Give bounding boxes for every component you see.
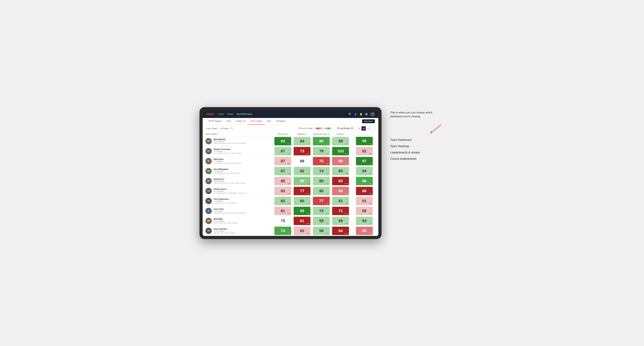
player-handicap: 1-5 Handicap [214,170,241,172]
score-change: 1▲ [288,153,290,155]
player-name[interactable]: Dave Billingham [214,168,241,170]
download-button[interactable]: ↓ [371,126,375,131]
score-change: 2▲ [307,203,310,204]
score-change: 8▲ [288,233,290,234]
edit-icon[interactable]: ✏️ [231,127,233,130]
sub-nav-links: PGAT Players PGA Hcaps 1-5 Team Clippd T… [206,118,288,125]
score-change: 4▲ [326,223,329,224]
player-name[interactable]: Elliot Ebert [214,158,241,160]
table-row[interactable]: DBDave Billingham1-5 HandicapGog Magog G… [203,166,378,176]
sub-nav-all-players[interactable]: All Players [274,118,288,125]
score-change: 9▲ [326,153,329,155]
score-value: 75 [319,159,324,163]
player-handicap: Plus Handicap [214,141,246,142]
annotation-item-course[interactable]: Course leaderboards [390,157,443,161]
score-change: -11▼ [344,213,348,214]
table-row[interactable]: BMBlair McHargPlus HandicapRoyal North D… [203,136,378,146]
player-name[interactable]: Matt Miller [214,218,238,220]
score-cell-0-0: 93+4▲ [273,136,292,146]
score-box: 874▲ [274,167,291,175]
score-value: 83 [338,189,343,193]
score-cell-9-0: 748▲ [273,226,292,236]
ipad-frame: clippd Home Teams My Performance 🔍 👤 🔔 ⚙… [200,107,382,239]
player-handicap: Plus Handicap [214,180,246,182]
player-avatar: BM [206,138,212,144]
score-cell-7-3: 71-11▼ [331,206,350,216]
team-bar-right: 20 Round Change -5 +5 📅 Last Rounds: 20 … [298,126,375,131]
nav-link-performance[interactable]: My Performance [237,112,252,116]
bell-icon[interactable]: 🔔 [360,113,362,116]
player-name[interactable]: Edward Crossman [214,148,241,150]
score-value: 81 [281,209,285,213]
sub-nav-pga[interactable]: PGA [224,118,234,125]
score-box: 86-6▼ [332,157,349,165]
player-club: Gog Magog Golf Club, United Kingdom [214,172,241,174]
grid-view-button[interactable]: ⊞ [357,126,361,131]
sub-nav-hcaps[interactable]: Hcaps 1-5 [234,118,248,125]
add-team-button[interactable]: Add Team [362,119,375,123]
score-value: 94 [362,219,366,223]
table-row[interactable]: MMMatt Miller6-10 HandicapWoburn Golf Cl… [203,216,378,226]
nav-link-home[interactable]: Home [218,112,224,116]
player-name[interactable]: Charlie Quick✔ [214,188,247,190]
table-view-button[interactable]: ▦ [362,126,366,131]
team-bar-left: Team Clippd | 14 Players ✏️ [206,127,233,130]
card-view-button[interactable]: ⊟ [366,126,370,131]
approach-header[interactable]: Approach ▼ [292,132,312,136]
player-name[interactable]: Blair McHarg [214,138,246,140]
table-row[interactable]: CRChris Robertson✔1-5 HandicapCraigmilla… [203,196,378,206]
sub-nav-pgat[interactable]: PGAT Players [206,118,224,125]
team-bar: Team Clippd | 14 Players ✏️ 20 Round Cha… [203,125,378,132]
score-box: 602▲ [294,197,310,205]
table-row[interactable]: ANAaron Nicholls11-15 HandicapDrift Golf… [203,226,378,236]
putting-header[interactable]: Putting ▼ [331,132,350,136]
annotation-item-dashboard[interactable]: Team Dashboard [390,138,443,142]
score-cell-9-4: 85-4▼ [350,226,378,236]
nav-logo[interactable]: clippd [206,113,214,116]
score-change: 1▲ [326,173,329,174]
score-change: 3▲ [326,183,329,184]
score-change: -3▼ [345,173,348,174]
annotation-item-leaderboards[interactable]: Leaderboards & streaks [390,151,443,154]
table-row[interactable]: CQCharlie Quick✔6-10 HandicapSt. George'… [203,186,378,196]
score-value: 87 [281,169,285,173]
sub-nav-team-clippd[interactable]: Team Clippd [248,118,264,125]
player-quality-header[interactable]: Player Quality ▼ [203,132,273,136]
score-change: -3▼ [326,163,329,165]
score-box: 958▲ [294,207,310,215]
user-icon[interactable]: 👤 [354,113,357,116]
annotation-item-heatmap[interactable]: Team Heatmap [390,145,443,148]
nav-link-teams[interactable]: Teams [227,112,233,116]
last-rounds-button[interactable]: 📅 Last Rounds: 20 [335,127,355,130]
player-avatar: AN [206,228,212,234]
search-icon[interactable]: 🔍 [348,113,352,116]
around-green-header[interactable]: Around the Green ▼ [312,132,331,136]
player-name[interactable]: Aaron Nicholls [214,228,236,230]
off-tee-header[interactable]: Off the Tee ▼ [273,132,292,136]
score-change: -21▼ [344,233,348,234]
score-value: 85 [281,179,285,183]
table-row[interactable]: JCJosh Coles1-5 HandicapRoyal North Devo… [203,206,378,216]
score-value: 87 [281,149,285,154]
player-name[interactable]: Josh Coles [214,208,246,210]
player-handicap: 1-5 Handicap [214,151,241,152]
column-headers: Player Quality ▼ Off the Tee ▼ Approach … [203,132,378,136]
player-name[interactable]: David Ford✔ [214,178,246,180]
score-cell-5-2: 801▲ [312,186,331,196]
avatar[interactable] [370,112,375,116]
score-cell-8-4: 943▲ [350,216,378,226]
page-wrapper: clippd Home Teams My Performance 🔍 👤 🔔 ⚙… [200,107,444,239]
player-name[interactable]: Chris Robertson✔ [214,198,237,200]
score-value: 73 [300,149,304,154]
player-club: Craigmillar Park, United Kingdom [214,202,237,204]
settings-icon[interactable]: ⚙️ [365,113,368,116]
round-change-pos: +5 [331,127,333,129]
table-row[interactable]: EEElliot Ebert1-5 HandicapSunningdale Go… [203,156,378,166]
score-box: 85-3▼ [274,177,291,185]
sub-nav-tour[interactable]: Tour [264,118,274,125]
table-row[interactable]: ECEdward Crossman1-5 HandicapSunningdale… [203,146,378,156]
team-name: Team Clippd [206,127,217,130]
player-cell-6: CRChris Robertson✔1-5 HandicapCraigmilla… [203,196,273,206]
table-row[interactable]: DFDavid Ford✔Plus HandicapRoyal North De… [203,176,378,186]
score-value: 88 [300,159,304,163]
